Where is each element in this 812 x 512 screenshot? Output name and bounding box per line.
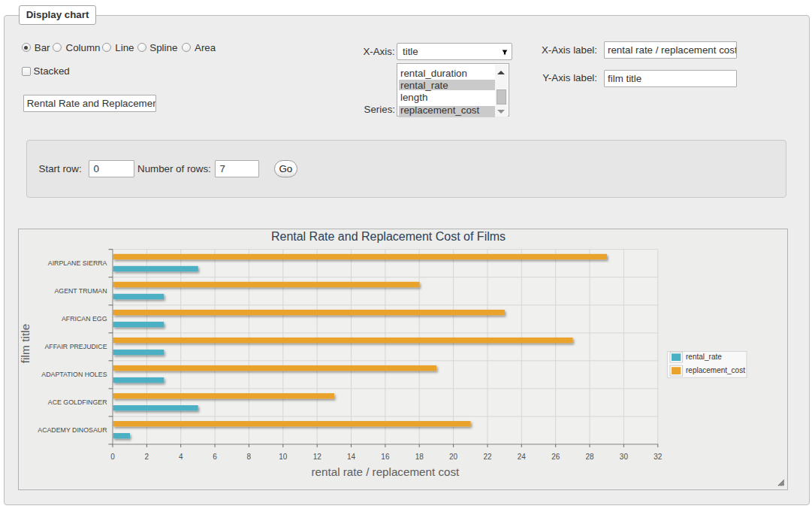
svg-text:ACE GOLDFINGER: ACE GOLDFINGER — [48, 398, 107, 406]
svg-text:26: 26 — [551, 453, 560, 461]
svg-text:32: 32 — [654, 453, 663, 461]
svg-text:16: 16 — [381, 453, 390, 461]
svg-text:8: 8 — [247, 453, 252, 461]
svg-text:30: 30 — [620, 453, 629, 461]
svg-text:6: 6 — [213, 453, 217, 461]
svg-text:4: 4 — [179, 453, 183, 461]
svg-text:24: 24 — [518, 453, 527, 461]
svg-text:AFFAIR PREJUDICE: AFFAIR PREJUDICE — [44, 343, 107, 350]
svg-text:Rental Rate and Replacement Co: Rental Rate and Replacement Cost of Film… — [271, 230, 506, 243]
svg-text:AGENT TRUMAN: AGENT TRUMAN — [54, 287, 107, 295]
svg-text:14: 14 — [347, 453, 356, 461]
svg-text:28: 28 — [585, 453, 594, 461]
svg-text:ACADEMY DINOSAUR: ACADEMY DINOSAUR — [38, 426, 107, 434]
svg-text:2: 2 — [145, 453, 149, 461]
svg-text:AFRICAN EGG: AFRICAN EGG — [62, 315, 107, 323]
svg-text:replacement_cost: replacement_cost — [686, 366, 745, 374]
svg-text:22: 22 — [483, 453, 492, 461]
svg-text:12: 12 — [313, 453, 322, 461]
svg-text:10: 10 — [279, 453, 288, 461]
svg-text:18: 18 — [415, 453, 424, 461]
svg-text:rental rate / replacement cost: rental rate / replacement cost — [312, 465, 460, 478]
svg-text:AIRPLANE SIERRA: AIRPLANE SIERRA — [48, 259, 107, 267]
svg-text:0: 0 — [110, 453, 115, 461]
svg-text:20: 20 — [449, 453, 458, 461]
svg-text:ADAPTATION HOLES: ADAPTATION HOLES — [41, 371, 107, 378]
svg-text:rental_rate: rental_rate — [686, 353, 722, 361]
svg-text:film title: film title — [19, 324, 32, 364]
